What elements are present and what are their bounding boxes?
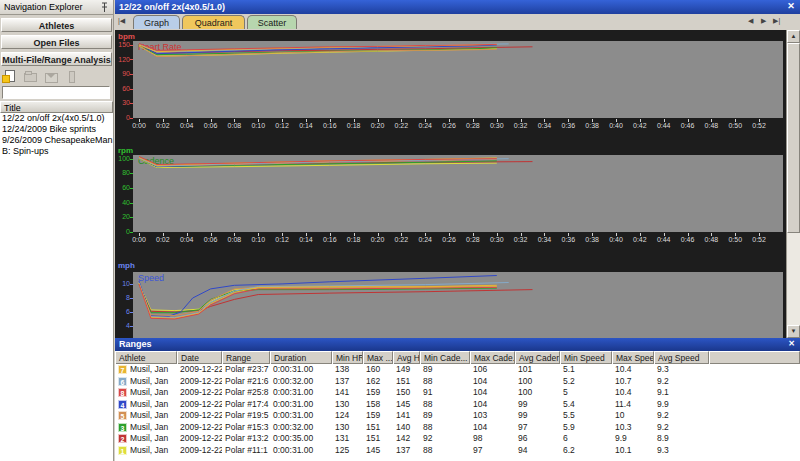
ranges-panel: Ranges ✕ AthleteDateRangeDurationMin HRM… — [115, 338, 800, 461]
column-header-max_cad[interactable]: Max Cade... — [470, 351, 515, 364]
graph-vertical-scrollbar[interactable]: ▲ ▼ — [786, 30, 800, 338]
application-window: Navigation Explorer Athletes Open Files … — [0, 0, 800, 461]
tab-next-icon[interactable]: ▶ — [761, 17, 766, 25]
file-list-item[interactable]: 12/22 on/off 2x(4x0.5/1.0) — [0, 113, 113, 124]
file-list-header[interactable]: Title — [0, 101, 113, 113]
document-close-icon[interactable]: ✕ — [785, 1, 797, 12]
new-range-icon[interactable] — [2, 70, 16, 83]
heart-rate-unit-label: bpm — [118, 32, 135, 41]
column-header-min_cad[interactable]: Min Cade... — [420, 351, 470, 364]
column-header-avg_spd[interactable]: Avg Speed — [654, 351, 709, 364]
cell-avg_spd: 9.9 — [654, 399, 709, 411]
column-header-avg_hr[interactable]: Avg HR — [393, 351, 420, 364]
column-header-max_hr[interactable]: Max ... — [363, 351, 393, 364]
column-header-date[interactable]: Date — [177, 351, 222, 364]
scroll-down-icon[interactable]: ▼ — [787, 325, 800, 338]
x-tick-label: 0:20 — [366, 119, 390, 129]
cell-duration: 0:00:31.00 — [270, 387, 332, 399]
table-row[interactable]: 6Musil, Jan2009-12-22Polar #21:60:00:32.… — [115, 376, 800, 388]
column-header-duration[interactable]: Duration — [270, 351, 332, 364]
heart-rate-graph: bpmHeart Rate15012090603000:000:020:040:… — [115, 30, 786, 338]
open-folder-icon[interactable] — [23, 70, 37, 83]
range-color-badge: 7 — [118, 365, 127, 374]
cell-athlete: 7Musil, Jan — [115, 364, 177, 376]
athlete-name: Musil, Jan — [130, 433, 168, 443]
sidebar-section-athletes[interactable]: Athletes — [1, 18, 112, 32]
cell-max_hr: 162 — [363, 376, 393, 388]
cell-avg_hr: 141 — [393, 410, 420, 422]
tab-prev-icon[interactable]: ◀ — [748, 17, 753, 25]
table-row[interactable]: 3Musil, Jan2009-12-22Polar #15:30:00:32.… — [115, 422, 800, 434]
table-row[interactable]: 7Musil, Jan2009-12-22Polar #23:70:00:31.… — [115, 364, 800, 376]
cell-min_cad: 92 — [420, 433, 470, 445]
cell-max_spd: 9.9 — [612, 433, 654, 445]
y-tick-label: 60 — [115, 85, 130, 92]
x-tick-label: 0:02 — [151, 119, 175, 129]
file-list-item[interactable]: B: Spin-ups — [0, 146, 113, 157]
cell-max_cad: 98 — [470, 433, 515, 445]
cell-avg_spd: 9.2 — [654, 410, 709, 422]
cell-max_hr: 160 — [363, 364, 393, 376]
table-row[interactable]: 5Musil, Jan2009-12-22Polar #19:50:00:31.… — [115, 410, 800, 422]
column-header-range[interactable]: Range — [222, 351, 270, 364]
cell-max_cad: 104 — [470, 387, 515, 399]
heart-rate-series-plot — [133, 41, 783, 118]
column-header-avg_cad[interactable]: Avg Caden... — [515, 351, 560, 364]
column-header-max_spd[interactable]: Max Speed — [612, 351, 654, 364]
cell-max_spd: 10 — [612, 410, 654, 422]
tab-scroll-first-icon[interactable]: |◀ — [118, 17, 125, 25]
mail-icon[interactable] — [44, 70, 58, 83]
cell-min_hr: 124 — [332, 410, 363, 422]
column-header-min_hr[interactable]: Min HR — [332, 351, 363, 364]
x-tick-label: 0:28 — [461, 119, 485, 129]
cell-range: Polar #23:7 — [222, 364, 270, 376]
range-color-badge: 3 — [118, 423, 127, 432]
tab-last-icon[interactable]: ▶| — [773, 17, 780, 25]
x-tick-label: 0:26 — [437, 119, 461, 129]
cell-min_cad: 91 — [420, 387, 470, 399]
range-toolbar — [2, 68, 111, 85]
table-row[interactable]: 2Musil, Jan2009-12-22Polar #13:20:00:35.… — [115, 433, 800, 445]
cell-min_hr: 138 — [332, 364, 363, 376]
cell-duration: 0:00:31.00 — [270, 445, 332, 457]
ranges-close-icon[interactable]: ✕ — [786, 339, 797, 349]
export-icon[interactable] — [65, 70, 79, 83]
x-tick-label: 0:38 — [580, 119, 604, 129]
ranges-table-header: AthleteDateRangeDurationMin HRMax ...Avg… — [115, 351, 800, 364]
x-tick-label: 0:18 — [342, 119, 366, 129]
file-list-item[interactable]: 9/26/2009 ChesapeakeMan bike 1st — [0, 135, 113, 146]
cell-duration: 0:00:31.00 — [270, 410, 332, 422]
scroll-up-icon[interactable]: ▲ — [787, 30, 800, 43]
heart-rate-plot: Heart Rate — [133, 41, 783, 118]
pin-icon[interactable] — [100, 2, 110, 13]
table-row[interactable]: 4Musil, Jan2009-12-22Polar #17:40:00:31.… — [115, 399, 800, 411]
cell-max_spd: 10.1 — [612, 445, 654, 457]
tab-scatter-graph[interactable]: Scatter Graph — [247, 15, 297, 29]
cell-min_hr: 130 — [332, 399, 363, 411]
athlete-name: Musil, Jan — [130, 364, 168, 374]
cell-max_hr: 158 — [363, 399, 393, 411]
sidebar-section-multi-file-range-analysis[interactable]: Multi-File/Range Analysis — [1, 52, 112, 66]
cell-max_cad: 103 — [470, 410, 515, 422]
filter-input[interactable] — [2, 86, 110, 99]
cell-min_hr: 141 — [332, 387, 363, 399]
x-tick-label: 0:46 — [676, 119, 700, 129]
sidebar-section-open-files[interactable]: Open Files — [1, 35, 112, 49]
file-list: 12/22 on/off 2x(4x0.5/1.0)12/24/2009 Bik… — [0, 113, 113, 461]
column-header-min_spd[interactable]: Min Speed — [560, 351, 612, 364]
y-tick-label: 30 — [115, 99, 130, 106]
cell-date: 2009-12-22 — [177, 422, 222, 434]
column-header-athlete[interactable]: Athlete — [115, 351, 177, 364]
cell-athlete: 1Musil, Jan — [115, 445, 177, 457]
table-row[interactable]: 1Musil, Jan2009-12-22Polar #11:10:00:31.… — [115, 445, 800, 457]
tab-graph-view[interactable]: Graph View — [133, 15, 180, 29]
scrollbar-thumb[interactable] — [787, 43, 800, 233]
cell-range: Polar #13:2 — [222, 433, 270, 445]
table-row[interactable]: 8Musil, Jan2009-12-22Polar #25:80:00:31.… — [115, 387, 800, 399]
cell-athlete: 8Musil, Jan — [115, 387, 177, 399]
x-tick-label: 0:44 — [652, 119, 676, 129]
file-list-item[interactable]: 12/24/2009 Bike sprints — [0, 124, 113, 135]
x-tick-label: 0:06 — [199, 119, 223, 129]
tab-quadrant-analysis[interactable]: Quadrant Analysis — [182, 15, 245, 29]
y-tick-label: 120 — [115, 56, 130, 63]
